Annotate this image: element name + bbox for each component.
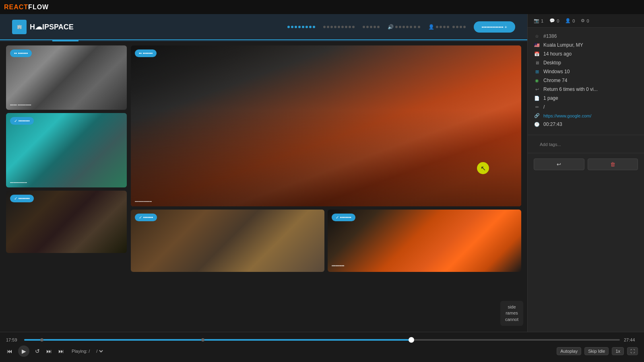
camera-icon: 📷 — [534, 18, 539, 23]
loop-button[interactable]: ↺ — [34, 347, 41, 355]
skip-idle-button[interactable]: Skip Idle — [584, 347, 609, 355]
nav-dot — [370, 26, 372, 28]
nav-item-4[interactable]: 🔊 — [388, 24, 420, 30]
cta-button[interactable]: •••••••••••••• + — [474, 21, 515, 33]
player-right-controls: Autoplay Skip Idle 1x ⛶ — [557, 347, 638, 355]
nav-item-5[interactable]: 👤 — [428, 24, 466, 30]
play-button[interactable]: ▶ — [18, 346, 29, 357]
share-button[interactable]: ↩ — [534, 158, 584, 170]
notice-overlay: side rames cannot — [500, 301, 523, 326]
nav-dot — [341, 26, 344, 28]
calendar-icon: 📅 — [534, 51, 540, 57]
gallery-item-auditorium[interactable]: ✓ •••••••• — [6, 191, 127, 253]
notice-line3: cannot — [505, 317, 518, 323]
nav-dot — [287, 26, 290, 28]
nav-dot — [377, 26, 380, 28]
item-badge-person: ✓ ••••••• — [135, 214, 157, 221]
user-count: 0 — [572, 19, 575, 23]
pages-text: 1 page — [543, 95, 558, 101]
content-area: 🏢 H☁IPSPACE — [0, 14, 527, 332]
site-logo: 🏢 H☁IPSPACE — [12, 20, 74, 34]
progress-bar-container: 17:59 27:44 — [6, 337, 638, 342]
sidebar-user-item: 👤 0 — [565, 18, 575, 23]
os-text: Windows 10 — [543, 69, 570, 74]
skip-end-button[interactable]: ⏭ — [58, 347, 65, 355]
item-badge-text: ✓ •••••••• — [14, 119, 30, 123]
nav-item-3[interactable] — [363, 26, 380, 28]
nav-dot — [352, 26, 355, 28]
rewind-start-button[interactable]: ⏮ — [6, 347, 13, 355]
nav-dot — [410, 26, 412, 28]
time-total: 27:44 — [624, 337, 638, 342]
tags-placeholder: Add tags... — [540, 142, 561, 147]
time-current: 17:59 — [6, 337, 20, 342]
fullscreen-button[interactable]: ⛶ — [627, 347, 638, 355]
item-dots-studio: •••••• •••••••••••• — [10, 103, 31, 107]
tags-input-area[interactable]: Add tags... — [528, 137, 644, 151]
dots-row: ••••••••••••••• — [135, 200, 152, 203]
delete-button[interactable]: 🗑 — [588, 158, 638, 170]
nav-dot — [295, 26, 297, 28]
nav-dot — [345, 26, 347, 28]
nav-dot — [399, 26, 401, 28]
nav-dot — [460, 26, 462, 28]
sidebar-comment-item: 💬 0 — [549, 18, 559, 23]
gallery-item-person[interactable]: ✓ ••••••• — [131, 210, 324, 272]
browser-row: ◉ Chrome 74 — [534, 76, 638, 85]
item-badge-teal: ✓ •••••••• — [10, 117, 34, 125]
nav-dot — [363, 26, 365, 28]
desktop-icon: 🖥 — [534, 60, 540, 65]
sidebar-divider-2 — [528, 153, 644, 153]
progress-thumb[interactable] — [409, 337, 414, 343]
nav-dot — [327, 26, 329, 28]
windows-icon: ⊞ — [534, 69, 540, 74]
nav-underline-container — [0, 40, 527, 41]
website-header: 🏢 H☁IPSPACE — [0, 14, 527, 40]
nav-dot — [440, 26, 442, 28]
camera-count: 1 — [541, 19, 543, 23]
cta-label: •••••••••••••• + — [482, 25, 507, 29]
nav-dot — [452, 26, 455, 28]
clock-icon: 🕐 — [534, 122, 540, 127]
session-id-row: ☆ #1386 — [534, 32, 638, 41]
location-text: Kuala Lumpur, MY — [543, 42, 583, 48]
gallery-item-main[interactable]: •• ••••••• ••••••••••••••• ↖ — [131, 45, 521, 206]
site-logo-text: H☁IPSPACE — [30, 23, 74, 31]
gallery-left-column: •• ••••••• •••••• •••••••••••• ✓ •••••••… — [6, 45, 127, 328]
pages-row: 📄 1 page — [534, 94, 638, 103]
nav-dot — [402, 26, 405, 28]
gallery-item-studio[interactable]: •• ••••••• •••••• •••••••••••• — [6, 45, 127, 110]
progress-track[interactable] — [24, 339, 620, 341]
page-icon: 📄 — [534, 96, 540, 101]
playing-select[interactable]: / — [95, 348, 104, 354]
slash-icon: ✏ — [534, 105, 540, 110]
gallery-item-teal[interactable]: ✓ •••••••• ••••••••••••••• — [6, 113, 127, 187]
url-text: https://www.google.com/ — [543, 113, 591, 118]
item-badge-text: •• ••••••• — [14, 51, 28, 56]
item-badge-studio: •• ••••••• — [10, 49, 32, 57]
speed-button[interactable]: 1x — [612, 347, 624, 355]
skip-forward-button[interactable]: ⏭ — [45, 347, 53, 355]
playing-label: Playing: / — [72, 349, 90, 354]
nav-dot — [447, 26, 449, 28]
path-text: / — [543, 104, 545, 110]
sidebar-panel: 📷 1 💬 0 👤 0 ⚙ 0 ☆ #1386 🇲🇾 — [527, 14, 644, 332]
nav-item-2[interactable] — [323, 26, 355, 28]
nav-dot — [418, 26, 420, 28]
item-badge-text: •• ••••••• — [139, 51, 153, 56]
url-row: 🔗 https://www.google.com/ — [534, 111, 638, 120]
nav-item-1[interactable] — [287, 26, 315, 28]
star-icon: ☆ — [534, 34, 540, 39]
return-row: ↩ Return 6 times with 0 vi... — [534, 85, 638, 94]
autoplay-button[interactable]: Autoplay — [557, 347, 581, 355]
progress-marker — [201, 338, 204, 341]
share-icon: ↩ — [557, 161, 561, 167]
item-badge-text: ✓ ••••••• — [139, 215, 153, 220]
nav-dot — [313, 26, 315, 28]
item-badge-auditorium: ✓ •••••••• — [10, 195, 34, 202]
sidebar-action-buttons: ↩ 🗑 — [528, 155, 644, 173]
item-badge-text: ✓ •••••••• — [336, 215, 351, 220]
gallery-item-stadium[interactable]: ✓ •••••••• •••••••••• — [328, 210, 521, 272]
device-text: Desktop — [543, 60, 561, 66]
delete-icon: 🗑 — [610, 161, 615, 167]
